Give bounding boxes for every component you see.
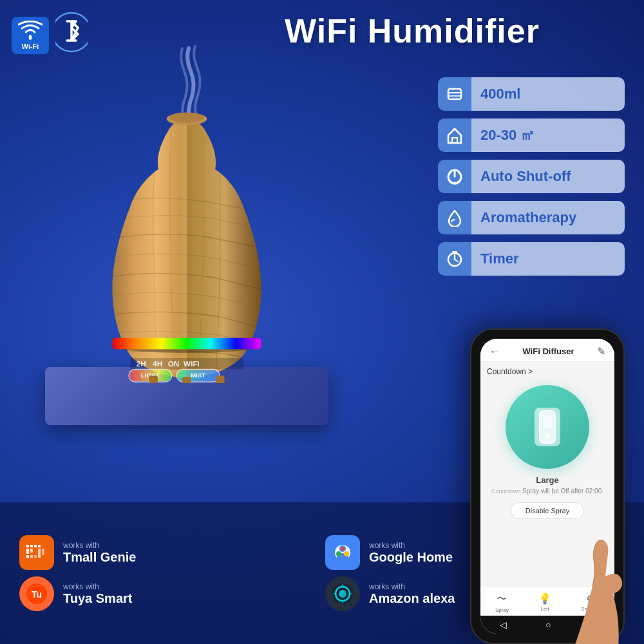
capacity-label: 400ml: [480, 86, 520, 102]
partner-tuya: Tu works with Tuya Smart: [19, 576, 319, 611]
led-icon: 💡: [538, 592, 551, 605]
svg-text:WIFI: WIFI: [184, 359, 200, 368]
coverage-label: 20-30 ㎡: [480, 126, 535, 145]
tmall-works-with: works with: [63, 541, 136, 550]
aromatherapy-label: Aromatherapy: [480, 209, 576, 226]
tuya-icon: Tu: [19, 576, 54, 611]
shutoff-icon-box: [438, 160, 471, 193]
svg-text:ON: ON: [168, 359, 180, 368]
feature-shutoff: Auto Shut-off: [438, 160, 625, 193]
house-icon: [446, 126, 464, 144]
svg-rect-28: [182, 377, 191, 383]
aromatherapy-icon-box: [438, 201, 471, 234]
feature-coverage: 20-30 ㎡: [438, 118, 625, 152]
tmall-icon: [19, 535, 54, 570]
vase: 2H 4H ON WIFI LIGHT: [77, 106, 296, 383]
svg-rect-27: [149, 375, 158, 383]
tuya-name: Tuya Smart: [63, 591, 132, 606]
svg-text:4H: 4H: [153, 359, 162, 368]
spray-icon: 〜: [497, 592, 507, 606]
svg-point-44: [336, 551, 341, 556]
tmall-name: Tmall Genie: [63, 550, 136, 565]
svg-point-54: [545, 433, 550, 439]
nav-home[interactable]: ○: [545, 620, 551, 630]
svg-point-45: [344, 551, 349, 556]
svg-rect-53: [543, 415, 552, 428]
coverage-label-box: 20-30 ㎡: [471, 118, 625, 152]
coverage-icon-box: [438, 118, 471, 152]
feature-aromatherapy: Aromatherapy: [438, 201, 625, 234]
svg-point-51: [339, 590, 346, 598]
svg-rect-32: [34, 545, 37, 547]
aromatherapy-label-box: Aromatherapy: [471, 201, 625, 234]
shutoff-label-box: Auto Shut-off: [471, 160, 625, 193]
capacity-icon: [446, 85, 464, 103]
phone-display: ← WiFi Diffuser ✎ Countdown >: [431, 258, 638, 644]
svg-rect-38: [34, 555, 37, 558]
features-list: 400ml 20-30 ㎡ Auto Shut-off: [438, 77, 625, 276]
svg-rect-40: [42, 549, 44, 555]
svg-rect-36: [26, 555, 29, 558]
svg-rect-33: [38, 545, 41, 547]
svg-text:Tu: Tu: [32, 589, 42, 600]
svg-rect-30: [26, 545, 29, 547]
capacity-icon-box: [438, 77, 471, 111]
edit-button[interactable]: ✎: [597, 345, 605, 357]
svg-rect-2: [448, 89, 461, 99]
spray-tab[interactable]: 〜 Spray: [495, 592, 509, 613]
phone-app-title: WiFi Diffuser: [522, 346, 574, 356]
power-icon: [446, 167, 464, 185]
svg-point-46: [341, 547, 345, 551]
spray-off-text: Spray will be Off after 02:00.: [522, 488, 603, 495]
device-icon: [535, 408, 560, 446]
partners-section: works with Tmall Genie works with Google…: [0, 502, 644, 644]
hand-holding-phone: [560, 535, 638, 644]
phone-size-label: Large: [536, 475, 558, 485]
countdown-label: Countdown >: [487, 367, 533, 376]
nav-back[interactable]: ◁: [500, 620, 507, 630]
alexa-icon: [325, 576, 360, 611]
drop-icon: [446, 209, 464, 227]
svg-rect-39: [38, 549, 41, 558]
phone-header: ← WiFi Diffuser ✎: [480, 339, 614, 362]
svg-rect-34: [26, 549, 29, 554]
partner-tmall: works with Tmall Genie: [19, 535, 319, 570]
tmall-text: works with Tmall Genie: [63, 541, 136, 565]
back-button[interactable]: ←: [489, 346, 500, 357]
tuya-text: works with Tuya Smart: [63, 582, 132, 606]
svg-rect-31: [30, 545, 33, 547]
led-label: Led: [540, 606, 549, 612]
feature-capacity: 400ml: [438, 77, 625, 111]
svg-text:MIST: MIST: [191, 372, 205, 379]
humidifier-display: 2H 4H ON WIFI LIGHT: [13, 39, 361, 438]
svg-rect-29: [216, 375, 225, 383]
led-tab[interactable]: 💡 Led: [538, 592, 551, 613]
disable-spray-button[interactable]: Disable Spray: [511, 502, 584, 519]
svg-rect-37: [30, 555, 33, 558]
shutoff-label: Auto Shut-off: [480, 168, 571, 185]
capacity-label-box: 400ml: [471, 77, 625, 111]
svg-rect-35: [30, 549, 33, 553]
svg-text:2H: 2H: [137, 359, 146, 368]
circle-control[interactable]: [506, 385, 589, 469]
tuya-works-with: works with: [63, 582, 132, 591]
google-icon: [325, 535, 360, 570]
countdown-row[interactable]: Countdown >: [487, 367, 533, 376]
svg-point-13: [169, 113, 205, 123]
svg-rect-15: [113, 338, 261, 350]
spray-label: Spray: [495, 607, 509, 613]
phone-countdown-text: Countdown Spray will be Off after 02:00.: [491, 488, 603, 495]
